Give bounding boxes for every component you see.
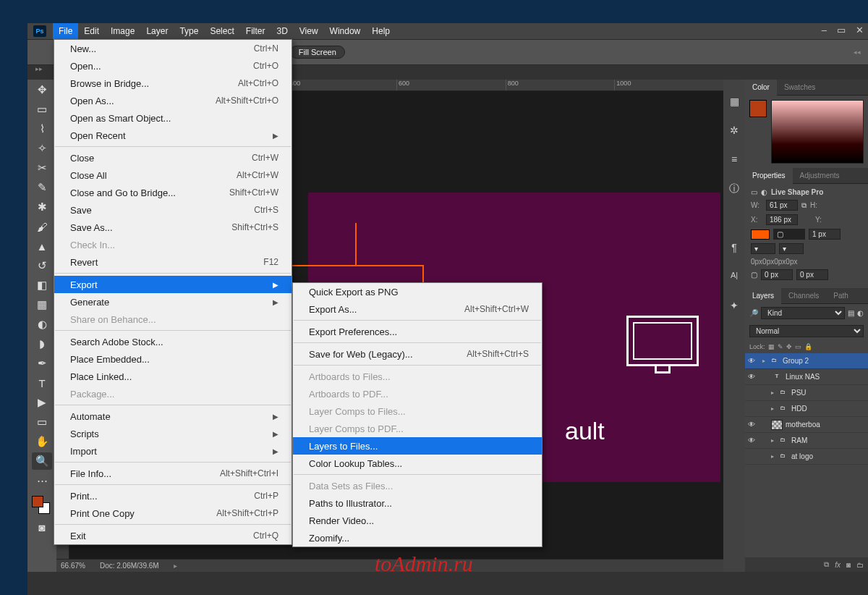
menu-item[interactable]: Place Linked... [54, 368, 292, 385]
gradient-tool[interactable]: ▦ [32, 296, 52, 313]
menu-item[interactable]: Open as Smart Object... [54, 109, 292, 127]
expand-arrow-icon[interactable]: ▸ [762, 358, 765, 364]
menu-item[interactable]: Color Lookup Tables... [293, 455, 542, 472]
menu-item[interactable]: Layers to Files... [293, 437, 542, 455]
path-select-tool[interactable]: ▶ [32, 394, 52, 411]
magic-wand-tool[interactable]: ✧ [32, 140, 52, 157]
menu-filter[interactable]: Filter [240, 23, 271, 39]
dodge-tool[interactable]: ◗ [32, 335, 52, 353]
menu-item[interactable]: Close and Go to Bridge...Shift+Ctrl+W [54, 184, 292, 201]
layer-row[interactable]: 👁TLinux NAS [745, 369, 868, 385]
menu-item[interactable]: Export As...Alt+Shift+Ctrl+W [293, 300, 542, 318]
layer-row[interactable]: 👁motherboa [745, 417, 868, 433]
stroke-width-input[interactable]: 1 px [809, 229, 841, 240]
swatches-tab[interactable]: Swatches [777, 80, 822, 96]
libraries-panel-icon[interactable]: ≡ [731, 153, 737, 166]
eraser-tool[interactable]: ◧ [32, 277, 52, 294]
color-tab[interactable]: Color [745, 80, 777, 96]
history-brush-tool[interactable]: ↺ [32, 257, 52, 274]
filter-adjust-icon[interactable]: ◐ [857, 309, 864, 317]
visibility-toggle[interactable]: 👁 [748, 373, 757, 381]
blur-tool[interactable]: ◐ [32, 316, 52, 333]
menu-item[interactable]: CloseCtrl+W [54, 149, 292, 166]
menu-item[interactable]: RevertF12 [54, 253, 292, 271]
expand-arrow-icon[interactable]: ▸ [771, 453, 774, 460]
link-icon[interactable]: ⧉ [801, 201, 807, 210]
hand-tool[interactable]: ✋ [32, 433, 52, 450]
history-panel-icon[interactable]: ▦ [730, 96, 739, 109]
lock-transparent-icon[interactable]: ▦ [768, 343, 775, 350]
layer-mask-icon[interactable]: ◙ [846, 561, 851, 569]
crop-tool[interactable]: ✂ [32, 159, 52, 177]
menu-item[interactable]: Print One CopyAlt+Shift+Ctrl+P [54, 505, 292, 522]
menu-item[interactable]: ExitCtrl+Q [54, 527, 292, 544]
paragraph-panel-icon[interactable]: ¶ [731, 242, 737, 255]
menu-item[interactable]: Browse in Bridge...Alt+Ctrl+O [54, 75, 292, 92]
lasso-tool[interactable]: ⌇ [32, 120, 52, 138]
menu-item[interactable]: Automate▶ [54, 408, 292, 425]
foreground-color-swatch[interactable] [749, 100, 767, 117]
menu-item[interactable]: Open Recent▶ [54, 127, 292, 144]
visibility-toggle[interactable]: 👁 [748, 436, 757, 444]
marquee-tool[interactable]: ▭ [32, 101, 52, 118]
menu-file[interactable]: File [53, 23, 78, 39]
stroke-end-select[interactable]: ▾ [779, 243, 804, 254]
minimize-icon[interactable]: – [822, 25, 827, 35]
menu-3d[interactable]: 3D [271, 23, 293, 39]
maximize-icon[interactable]: ▭ [837, 25, 846, 35]
brush-tool[interactable]: 🖌 [32, 218, 52, 235]
corner-rt-input[interactable]: 0 px [796, 269, 828, 280]
lock-all-icon[interactable]: 🔒 [804, 343, 812, 350]
filter-icon[interactable]: 🔎 [749, 309, 758, 317]
expand-arrow-icon[interactable]: ▸ [771, 405, 774, 412]
menu-item[interactable]: Search Adobe Stock... [54, 333, 292, 350]
adjustments-tab[interactable]: Adjustments [793, 168, 847, 184]
menu-item[interactable]: Open As...Alt+Shift+Ctrl+O [54, 92, 292, 109]
pen-tool[interactable]: ✒ [32, 355, 52, 372]
lock-artboard-icon[interactable]: ▭ [795, 343, 801, 350]
menu-item[interactable]: Open...Ctrl+O [54, 57, 292, 75]
collapse-options-icon[interactable]: ▸▸ [30, 65, 48, 74]
actions-panel-icon[interactable]: ✲ [730, 125, 739, 138]
menu-image[interactable]: Image [105, 23, 140, 39]
edit-toolbar-icon[interactable]: ⋯ [32, 472, 52, 489]
new-group-icon[interactable]: 🗀 [856, 561, 864, 569]
visibility-toggle[interactable]: 👁 [748, 357, 757, 365]
visibility-toggle[interactable]: 👁 [748, 421, 757, 429]
menu-item[interactable]: Save As...Shift+Ctrl+S [54, 219, 292, 236]
lock-pixels-icon[interactable]: ✎ [778, 343, 783, 350]
menu-item[interactable]: New...Ctrl+N [54, 40, 292, 57]
layer-row[interactable]: ▸🗀at logo [745, 449, 868, 465]
properties-tab[interactable]: Properties [745, 168, 793, 184]
menu-item[interactable]: SaveCtrl+S [54, 201, 292, 219]
status-zoom[interactable]: 66.67% [61, 562, 85, 570]
stroke-swatch[interactable]: ▢ [773, 229, 805, 240]
move-tool[interactable]: ✥ [32, 81, 52, 98]
menu-help[interactable]: Help [366, 23, 396, 39]
color-swatch-tool[interactable] [32, 496, 52, 516]
menu-item[interactable]: File Info...Alt+Shift+Ctrl+I [54, 465, 292, 482]
kind-filter-select[interactable]: Kind [761, 307, 845, 319]
clone-stamp-tool[interactable]: ▲ [32, 237, 52, 255]
menu-item[interactable]: Export▶ [54, 276, 292, 293]
menu-item[interactable]: Quick Export as PNG [293, 283, 542, 300]
filter-pixel-icon[interactable]: ▤ [848, 309, 854, 317]
menu-item[interactable]: Render Video... [293, 512, 542, 529]
menu-view[interactable]: View [294, 23, 324, 39]
type-tool[interactable]: T [32, 374, 52, 392]
layer-row[interactable]: 👁▸🗀Group 2 [745, 353, 868, 369]
close-icon[interactable]: ✕ [856, 25, 864, 35]
menu-item[interactable]: Place Embedded... [54, 350, 292, 368]
lock-position-icon[interactable]: ✥ [786, 343, 792, 350]
menu-window[interactable]: Window [324, 23, 367, 39]
blend-mode-select[interactable]: Normal [749, 325, 864, 337]
menu-item[interactable]: Close AllAlt+Ctrl+W [54, 166, 292, 184]
menu-item[interactable]: Generate▶ [54, 293, 292, 311]
channels-tab[interactable]: Channels [781, 288, 826, 304]
menu-item[interactable]: Import▶ [54, 442, 292, 460]
menu-item[interactable]: Save for Web (Legacy)...Alt+Shift+Ctrl+S [293, 345, 542, 363]
link-layers-icon[interactable]: ⧉ [824, 560, 829, 569]
color-field[interactable] [771, 100, 864, 164]
styles-panel-icon[interactable]: ✦ [730, 300, 739, 313]
menu-item[interactable]: Export Preferences... [293, 323, 542, 340]
